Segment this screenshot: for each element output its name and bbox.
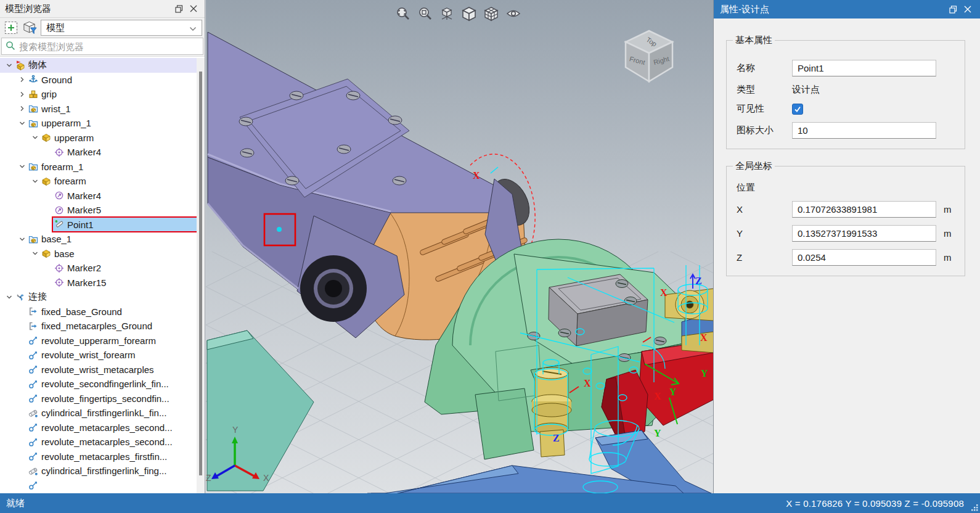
tree-item-upperarm_1[interactable]: upperarm_1 (0, 116, 197, 131)
browser-mode-select[interactable]: 模型 (41, 20, 202, 36)
tree-item-label: grip (39, 89, 57, 99)
icon-size-label: 图标大小 (737, 125, 792, 136)
chevron-spacer (43, 263, 53, 273)
tree-item-label: Marker15 (65, 277, 106, 288)
chevron-spacer (43, 191, 53, 201)
body-icon (40, 133, 52, 143)
chevron-expanded-icon[interactable] (30, 248, 40, 259)
bearing (300, 255, 367, 322)
tree-item-Marker2[interactable]: Marker2 (0, 261, 197, 276)
chevron-spacer (43, 220, 53, 230)
chevron-collapsed-icon[interactable] (17, 75, 27, 85)
global-coordinates-legend: 全局坐标 (733, 160, 775, 172)
chevron-collapsed-icon[interactable] (17, 104, 27, 114)
tree-item-revolute_wrist_metacarples[interactable]: revolute_wrist_metacarples (0, 363, 197, 377)
search-input[interactable] (19, 41, 199, 52)
chevron-expanded-icon[interactable] (30, 176, 40, 186)
tree-item-label: Point1 (65, 220, 94, 230)
tree-item-forearm_1[interactable]: forearm_1 (0, 160, 197, 174)
zoom-region-icon[interactable] (416, 5, 433, 22)
float-panel-icon[interactable] (173, 2, 185, 15)
model-browser-title: 模型浏览器 (5, 3, 170, 15)
chevron-expanded-icon[interactable] (17, 118, 27, 128)
tree-item-revolute_fingertips_secondfin...[interactable]: revolute_fingertips_secondfin... (0, 392, 197, 406)
tree-item-upperarm[interactable]: upperarm (0, 131, 197, 146)
float-panel-icon[interactable] (947, 3, 959, 15)
filter-model-button[interactable] (22, 20, 38, 36)
chevron-expanded-icon[interactable] (4, 292, 14, 302)
chevron-expanded-icon[interactable] (30, 133, 40, 143)
chevron-expanded-icon[interactable] (17, 162, 27, 172)
name-label: 名称 (737, 62, 792, 74)
tree-item-revolute_metacarples_second...[interactable]: revolute_metacarples_second... (0, 435, 197, 449)
view-cube[interactable]: Top Front Right (620, 27, 678, 86)
tree-item-label: revolute_wrist_metacarples (39, 364, 154, 375)
chevron-spacer (17, 350, 27, 360)
close-panel-icon[interactable] (187, 2, 200, 15)
tree-item-wrist_1[interactable]: wrist_1 (0, 102, 197, 117)
chevron-collapsed-icon[interactable] (17, 89, 27, 99)
position-x-unit: m (936, 204, 957, 215)
visibility-icon[interactable] (505, 5, 521, 22)
icon-size-field[interactable] (792, 122, 936, 139)
position-x-field[interactable] (792, 201, 936, 218)
tree-item-fixed_base_Ground[interactable]: fixed_base_Ground (0, 305, 197, 319)
tree-item-label: Marker4 (65, 147, 101, 157)
visibility-checkbox[interactable] (792, 104, 803, 115)
position-z-field[interactable] (792, 249, 936, 266)
revolute-icon (27, 422, 39, 433)
tree-item-clipped[interactable] (0, 478, 197, 493)
tree-item-cylindrical_firstfingerlinkL_fin...[interactable]: cylindrical_firstfingerlinkL_fin... (0, 406, 197, 421)
shaded-view-icon[interactable] (460, 5, 477, 22)
chevron-expanded-icon[interactable] (4, 60, 14, 70)
tree-item-grip[interactable]: grip (0, 87, 197, 102)
tree-item-label: revolute_secondfingerlink_fin... (39, 379, 169, 389)
tree-item-Ground[interactable]: Ground (0, 73, 197, 88)
tree-item-label: cylindrical_firstfingerlink_fing... (39, 466, 166, 476)
tree-item-label: revolute_fingertips_secondfin... (39, 393, 169, 404)
name-field[interactable] (792, 60, 936, 76)
tree-item-base[interactable]: base (0, 247, 197, 261)
tree-item-fixed_metacarples_Ground[interactable]: fixed_metacarples_Ground (0, 319, 197, 334)
tree-item-revolute_upperarm_forearm[interactable]: revolute_upperarm_forearm (0, 334, 197, 348)
view-toolbar (394, 5, 521, 22)
viewport-3d[interactable]: XXXXXYYYZZ Top Front Right (206, 0, 714, 493)
tree-item-物体[interactable]: 物体 (0, 58, 197, 73)
tree-item-revolute_metacarples_second...[interactable]: revolute_metacarples_second... (0, 421, 197, 435)
multi-view-icon[interactable] (483, 5, 499, 22)
scrollbar-thumb[interactable] (199, 72, 202, 475)
tree-item-revolute_metacarples_firstfin...[interactable]: revolute_metacarples_firstfin... (0, 449, 197, 464)
tree-scrollbar[interactable] (197, 58, 205, 493)
tree-item-Marker4[interactable]: Marker4 (0, 145, 197, 160)
chevron-expanded-icon[interactable] (17, 234, 27, 244)
axis-label-z: Z (553, 433, 560, 443)
browser-mode-value: 模型 (46, 22, 189, 34)
tree-item-Marker5[interactable]: Marker5 (0, 203, 197, 218)
tree-item-label: upperarm_1 (39, 118, 91, 128)
chevron-spacer (17, 393, 27, 404)
tree-item-Point1[interactable]: Point1 (0, 218, 197, 232)
zoom-extents-icon[interactable] (394, 5, 410, 22)
point-icon (53, 220, 65, 230)
close-panel-icon[interactable] (962, 3, 974, 15)
tree-item-forearm[interactable]: forearm (0, 174, 197, 189)
tree-item-连接[interactable]: 连接 (0, 290, 197, 305)
fit-view-icon[interactable] (438, 5, 455, 22)
axis-label-x: X (584, 378, 591, 388)
tree-item-cylindrical_firstfingerlink_fing...[interactable]: cylindrical_firstfingerlink_fing... (0, 464, 197, 478)
basic-properties-legend: 基本属性 (733, 35, 775, 46)
resize-grip-icon[interactable] (970, 503, 979, 512)
add-item-button[interactable] (2, 20, 19, 36)
chevron-spacer (17, 335, 27, 346)
revolute-icon (27, 437, 39, 447)
marker-icon (53, 147, 65, 157)
tree-item-revolute_wrist_forearm[interactable]: revolute_wrist_forearm (0, 348, 197, 363)
tree-item-Marker15[interactable]: Marker15 (0, 276, 197, 290)
tree-item-base_1[interactable]: base_1 (0, 232, 197, 247)
search-box (1, 38, 203, 55)
tree-item-revolute_secondfingerlink_fin...[interactable]: revolute_secondfingerlink_fin... (0, 377, 197, 392)
cylindrical-icon (27, 466, 39, 476)
position-y-field[interactable] (792, 225, 936, 242)
status-coordinates: X = 0.176826 Y = 0.095039 Z = -0.095908 (786, 498, 980, 509)
tree-item-Marker4[interactable]: Marker4 (0, 189, 197, 203)
